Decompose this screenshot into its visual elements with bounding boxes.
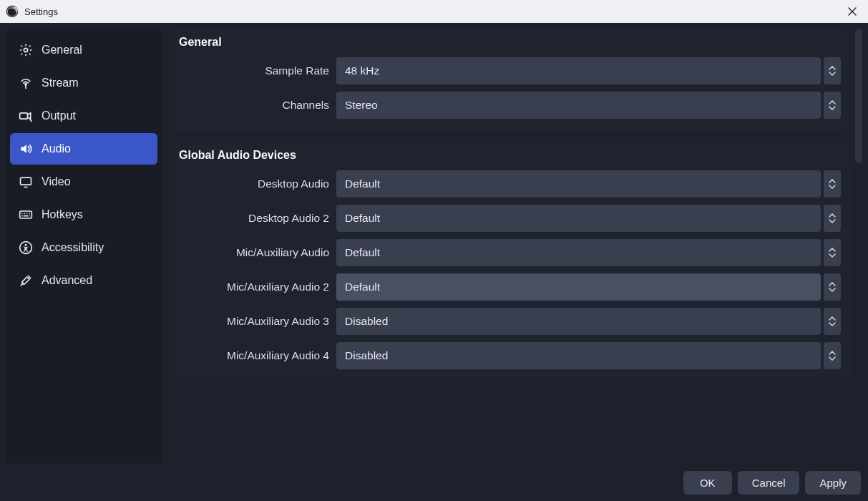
app-body: General Stream Output: [0, 23, 868, 464]
sidebar-item-label: Audio: [42, 142, 71, 155]
sidebar-item-video[interactable]: Video: [10, 166, 157, 198]
combo-mic-aux-audio-2[interactable]: Default: [336, 273, 841, 301]
combo-value[interactable]: Disabled: [336, 308, 821, 335]
sidebar-item-output[interactable]: Output: [10, 100, 157, 132]
row-mic-aux-audio-3: Mic/Auxiliary Audio 3 Disabled: [179, 308, 841, 335]
cancel-button[interactable]: Cancel: [738, 471, 800, 495]
sidebar-item-hotkeys[interactable]: Hotkeys: [10, 199, 157, 230]
row-mic-aux-audio-4: Mic/Auxiliary Audio 4 Disabled: [179, 342, 841, 369]
tools-icon: [19, 273, 33, 288]
combo-desktop-audio[interactable]: Default: [336, 170, 841, 198]
titlebar: Settings: [0, 0, 868, 23]
sidebar-item-general[interactable]: General: [10, 34, 157, 66]
spinner-icon[interactable]: [824, 308, 841, 335]
sidebar: General Stream Output: [6, 29, 162, 464]
gear-icon: [19, 43, 33, 57]
sidebar-item-label: Video: [42, 175, 71, 188]
label-channels: Channels: [179, 99, 329, 112]
combo-sample-rate[interactable]: 48 kHz: [336, 57, 841, 84]
sidebar-item-audio[interactable]: Audio: [10, 133, 157, 165]
camera-export-icon: [19, 109, 33, 123]
sidebar-item-stream[interactable]: Stream: [10, 67, 157, 99]
svg-point-2: [24, 48, 27, 52]
combo-value[interactable]: Stereo: [336, 92, 821, 119]
accessibility-icon: [19, 240, 33, 255]
combo-mic-aux-audio[interactable]: Default: [336, 239, 841, 266]
combo-value[interactable]: 48 kHz: [336, 57, 821, 84]
combo-mic-aux-audio-3[interactable]: Disabled: [336, 308, 841, 335]
apply-button[interactable]: Apply: [805, 471, 861, 495]
row-mic-aux-audio-2: Mic/Auxiliary Audio 2 Default: [179, 273, 841, 301]
ok-button[interactable]: OK: [683, 471, 732, 495]
row-sample-rate: Sample Rate 48 kHz: [179, 57, 841, 84]
spinner-icon[interactable]: [824, 239, 841, 266]
row-desktop-audio: Desktop Audio Default: [179, 170, 841, 198]
spinner-icon[interactable]: [824, 342, 841, 369]
label-mic-aux-audio-3: Mic/Auxiliary Audio 3: [179, 315, 329, 328]
svg-point-0: [6, 6, 19, 18]
panel-title-general: General: [179, 36, 841, 49]
combo-value[interactable]: Default: [336, 239, 821, 266]
combo-desktop-audio-2[interactable]: Default: [336, 205, 841, 232]
titlebar-left: Settings: [6, 5, 58, 18]
row-mic-aux-audio: Mic/Auxiliary Audio Default: [179, 239, 841, 266]
spinner-icon[interactable]: [824, 92, 841, 119]
row-desktop-audio-2: Desktop Audio 2 Default: [179, 205, 841, 232]
combo-value[interactable]: Default: [336, 205, 821, 232]
spinner-icon[interactable]: [824, 170, 841, 198]
keyboard-icon: [19, 208, 33, 222]
spinner-icon[interactable]: [824, 57, 841, 84]
spinner-icon[interactable]: [824, 205, 841, 232]
obs-logo-icon: [6, 5, 19, 18]
combo-mic-aux-audio-4[interactable]: Disabled: [336, 342, 841, 369]
antenna-icon: [19, 76, 33, 90]
label-desktop-audio-2: Desktop Audio 2: [179, 212, 329, 225]
panel-global-audio-devices: Global Audio Devices Desktop Audio Defau…: [169, 142, 851, 382]
svg-point-8: [25, 244, 27, 246]
speaker-icon: [19, 142, 33, 156]
sidebar-item-accessibility[interactable]: Accessibility: [10, 232, 157, 263]
main-wrap: General Sample Rate 48 kHz Channels St: [169, 29, 862, 464]
combo-value[interactable]: Default: [336, 273, 821, 301]
combo-value[interactable]: Disabled: [336, 342, 821, 369]
label-mic-aux-audio: Mic/Auxiliary Audio: [179, 246, 329, 259]
footer: OK Cancel Apply: [0, 464, 868, 501]
svg-rect-4: [20, 113, 28, 119]
sidebar-item-label: Advanced: [42, 274, 92, 287]
sidebar-item-label: Accessibility: [42, 241, 104, 254]
window-title: Settings: [24, 6, 58, 17]
svg-rect-6: [20, 211, 32, 218]
label-sample-rate: Sample Rate: [179, 64, 329, 77]
panel-title-devices: Global Audio Devices: [179, 149, 841, 162]
sidebar-item-label: Hotkeys: [42, 208, 83, 221]
svg-rect-5: [21, 177, 31, 185]
sidebar-item-label: Output: [42, 110, 76, 122]
combo-value[interactable]: Default: [336, 170, 821, 198]
sidebar-item-label: Stream: [42, 77, 79, 89]
label-mic-aux-audio-4: Mic/Auxiliary Audio 4: [179, 349, 329, 362]
row-channels: Channels Stereo: [179, 92, 841, 119]
panel-general: General Sample Rate 48 kHz Channels St: [169, 29, 851, 132]
combo-channels[interactable]: Stereo: [336, 92, 841, 119]
sidebar-item-label: General: [42, 44, 82, 57]
scrollbar-thumb[interactable]: [855, 29, 862, 163]
main-content: General Sample Rate 48 kHz Channels St: [169, 29, 851, 464]
sidebar-item-advanced[interactable]: Advanced: [10, 265, 157, 296]
close-button[interactable]: [841, 0, 864, 23]
label-desktop-audio: Desktop Audio: [179, 177, 329, 190]
label-mic-aux-audio-2: Mic/Auxiliary Audio 2: [179, 281, 329, 293]
spinner-icon[interactable]: [824, 273, 841, 301]
monitor-icon: [19, 175, 33, 189]
